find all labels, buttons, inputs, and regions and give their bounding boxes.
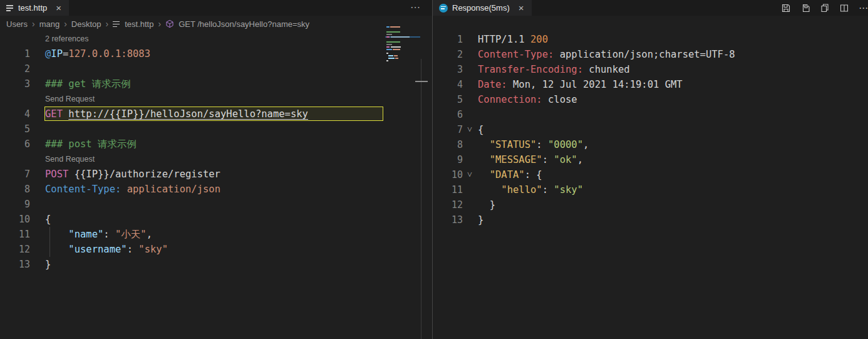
codelens-row: Send Request <box>0 91 432 107</box>
minimap-line <box>388 55 393 56</box>
overview-ruler <box>421 59 421 339</box>
line-number: 9 <box>0 199 30 210</box>
code-line: 7POST {{IP}}/authorize/register <box>0 167 432 182</box>
line-number: 8 <box>0 184 30 195</box>
code-text: Content-Type: application/json;charset=U… <box>478 49 735 60</box>
minimap[interactable] <box>385 25 421 60</box>
code-text: { <box>478 124 483 135</box>
code-line: 12 } <box>433 197 868 212</box>
line-number: 5 <box>0 123 30 135</box>
code-line: 10˅ "DATA": { <box>433 167 868 182</box>
minimap-line <box>388 58 395 59</box>
line-number: 11 <box>433 184 463 196</box>
line-number: 13 <box>0 259 30 270</box>
line-number: 2 <box>0 63 30 75</box>
codelens-row: 2 references <box>0 31 432 46</box>
line-number: 2 <box>433 49 463 60</box>
code-text: ### post 请求示例 <box>45 138 137 151</box>
minimap-line <box>391 46 401 48</box>
code-text: Content-Type: application/json <box>45 184 220 195</box>
minimap-line <box>386 36 390 38</box>
code-text: "STATUS": "0000", <box>478 139 589 150</box>
minimap-line <box>386 53 388 54</box>
code-line: 3Transfer-Encoding: chunked <box>433 62 868 77</box>
line-number: 9 <box>433 154 463 165</box>
code-text: "hello": "sky" <box>478 184 583 196</box>
code-line: 13} <box>433 212 868 227</box>
line-number: 6 <box>433 109 463 120</box>
line-number: 7 <box>433 124 463 135</box>
code-line: 11 "hello": "sky" <box>433 182 868 197</box>
fold-chevron-down-icon[interactable]: ˅ <box>464 122 475 136</box>
minimap-line <box>386 49 392 50</box>
code-text: } <box>478 214 483 226</box>
line-number: 4 <box>0 108 30 120</box>
line-number: 3 <box>0 78 30 90</box>
code-line: 8Content-Type: application/json <box>0 182 432 197</box>
code-line: 9 "MESSAGE": "ok", <box>433 152 868 167</box>
minimap-line <box>394 55 398 56</box>
code-line: 11 "name": "小天", <box>0 227 432 242</box>
send-request-link[interactable]: Send Request <box>45 155 95 164</box>
line-number: 8 <box>433 139 463 150</box>
code-text: Connection: close <box>478 94 577 105</box>
minimap-line <box>386 44 392 45</box>
line-number: 6 <box>0 138 30 150</box>
code-text: { <box>45 214 51 225</box>
code-line: 4Date: Mon, 12 Jul 2021 14:19:01 GMT <box>433 77 868 92</box>
line-number: 13 <box>433 214 463 226</box>
code-text: } <box>45 259 51 270</box>
code-line: 13} <box>0 257 432 272</box>
send-request-link[interactable]: Send Request <box>45 95 95 103</box>
line-number: 12 <box>0 244 30 255</box>
codelens-row: Send Request <box>0 152 432 167</box>
line-number: 1 <box>433 34 463 45</box>
code-line: 10{ <box>0 212 432 227</box>
code-text: "MESSAGE": "ok", <box>478 154 583 165</box>
line-number: 10 <box>0 214 30 225</box>
editor-test-http[interactable]: 2 references1@IP=127.0.0.1:808323### get… <box>0 0 432 339</box>
code-line: 12 "username": "sky" <box>0 242 432 257</box>
minimap-line <box>395 58 398 59</box>
code-line: 9 <box>0 197 432 212</box>
minimap-line <box>391 36 410 38</box>
code-line: 3### get 请求示例 <box>0 76 432 91</box>
line-number: 3 <box>433 64 463 75</box>
line-number: 7 <box>0 169 30 180</box>
overview-ruler-marker <box>415 81 428 82</box>
code-text: "name": "小天", <box>45 228 152 241</box>
minimap-line <box>386 26 390 28</box>
code-text: Transfer-Encoding: chunked <box>478 64 630 75</box>
code-line: 4GET http://{{IP}}/helloJson/sayHello?na… <box>0 107 432 122</box>
minimap-line <box>386 34 392 35</box>
code-text: Date: Mon, 12 Jul 2021 14:19:01 GMT <box>478 79 683 90</box>
line-number: 10 <box>433 169 463 180</box>
minimap-line <box>386 31 400 33</box>
code-line: 2 <box>0 61 432 76</box>
code-line: 2Content-Type: application/json;charset=… <box>433 47 868 62</box>
code-line: 8 "STATUS": "0000", <box>433 137 868 152</box>
line-number: 4 <box>433 79 463 90</box>
code-text: GET http://{{IP}}/helloJson/sayHello?nam… <box>45 108 308 120</box>
minimap-line <box>386 60 388 61</box>
line-number: 1 <box>0 48 30 60</box>
editor-response[interactable]: 1HTTP/1.1 2002Content-Type: application/… <box>433 0 868 339</box>
line-number: 5 <box>433 94 463 105</box>
fold-chevron-down-icon[interactable]: ˅ <box>464 167 475 181</box>
minimap-line <box>386 41 400 43</box>
code-line: 5Connection: close <box>433 92 868 107</box>
code-line: 1@IP=127.0.0.1:8083 <box>0 46 432 61</box>
code-line: 6 <box>433 107 868 122</box>
references-codelens[interactable]: 2 references <box>45 34 88 43</box>
minimap-line <box>393 49 400 50</box>
line-number: 11 <box>0 229 30 240</box>
code-line: 5 <box>0 122 432 137</box>
code-text: ### get 请求示例 <box>45 78 131 91</box>
line-number: 12 <box>433 199 463 211</box>
code-text: HTTP/1.1 200 <box>478 34 548 45</box>
code-line: 6### post 请求示例 <box>0 137 432 152</box>
minimap-line <box>390 26 400 28</box>
code-text: POST {{IP}}/authorize/register <box>45 169 220 180</box>
code-line: 7˅{ <box>433 122 868 137</box>
minimap-line <box>386 46 390 48</box>
